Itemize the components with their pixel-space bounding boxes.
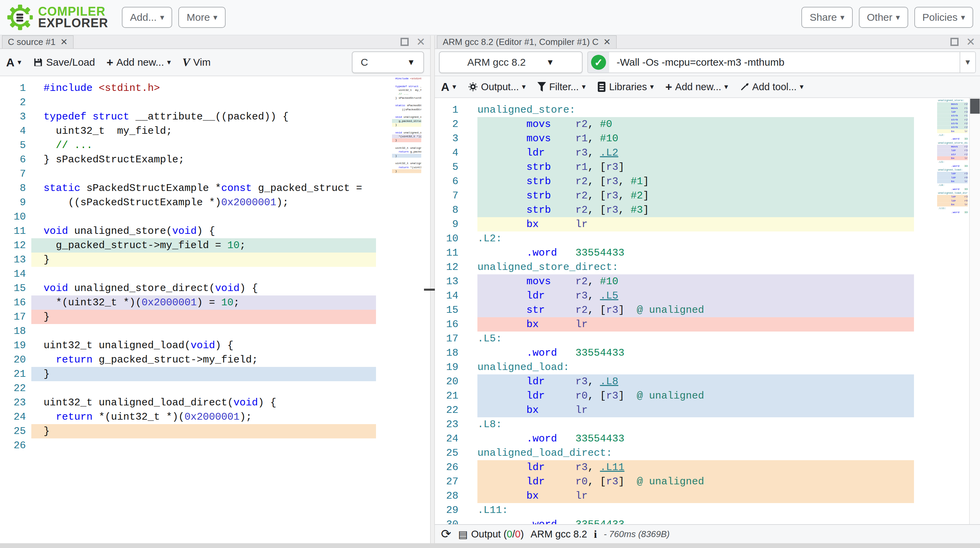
code-line[interactable]: unaligned_store: xyxy=(477,103,914,117)
code-line[interactable]: .word 33554433 xyxy=(937,210,968,214)
code-line[interactable]: .word 33554433 xyxy=(937,137,968,140)
splitter-handle-icon[interactable] xyxy=(424,288,435,291)
code-line[interactable]: return g_packed_struct->my_field; xyxy=(392,150,421,154)
code-line[interactable]: movs r1, #10 xyxy=(937,106,968,110)
code-line[interactable]: *(uint32_t *)(0x2000001) = 10; xyxy=(392,134,421,138)
source-code-editor[interactable]: 1234567891011121314151617181920212223242… xyxy=(0,76,430,543)
code-line[interactable]: .L11: xyxy=(937,207,968,210)
source-minimap[interactable]: #include <stdint.h> typedef struct __att… xyxy=(392,76,421,543)
assembly-code-area[interactable]: unaligned_store: movs r2, #0 movs r1, #1… xyxy=(477,98,914,524)
save-load-button[interactable]: Save/Load xyxy=(33,56,95,68)
code-line[interactable]: } sPackedStructExample; xyxy=(392,96,421,100)
code-line[interactable]: static sPackedStructExample *const g_pac… xyxy=(392,104,421,107)
code-line[interactable]: movs r2, #0 xyxy=(937,102,968,106)
code-line[interactable]: } xyxy=(392,123,421,127)
code-line[interactable]: g_packed_struct->my_field = 10; xyxy=(392,119,421,123)
code-line[interactable]: bx lr xyxy=(477,317,914,331)
code-line[interactable]: .word 33554433 xyxy=(477,432,914,446)
code-line[interactable]: // ... xyxy=(392,92,421,96)
code-line[interactable]: movs r2, #10 xyxy=(477,274,914,288)
code-line[interactable]: #include <stdint.h> xyxy=(31,81,376,95)
assembly-editor[interactable]: 1234567891011121314151617181920212223242… xyxy=(435,98,980,524)
code-line[interactable]: ldr r3, .L11 xyxy=(937,195,968,199)
code-line[interactable]: } xyxy=(392,139,421,142)
code-line[interactable]: bx lr xyxy=(477,217,914,231)
code-line[interactable]: unaligned_load: xyxy=(477,360,914,374)
code-line[interactable]: strb r2, [r3, #2] xyxy=(477,189,914,203)
maximize-icon[interactable] xyxy=(401,38,409,46)
code-line[interactable]: .L2: xyxy=(477,231,914,246)
language-select[interactable]: C ▼ xyxy=(352,51,424,73)
close-icon[interactable]: ✕ xyxy=(60,37,68,47)
more-menu-button[interactable]: More▾ xyxy=(178,7,225,28)
code-line[interactable]: } xyxy=(31,367,376,381)
code-line[interactable]: } xyxy=(392,169,421,173)
code-line[interactable]: str r2, [r3] @ unaligned xyxy=(937,153,968,156)
code-line[interactable] xyxy=(392,142,421,146)
close-panel-icon[interactable]: ✕ xyxy=(966,37,975,47)
code-line[interactable]: strb r1, [r3] xyxy=(937,114,968,118)
code-line[interactable]: // ... xyxy=(31,138,376,153)
code-line[interactable]: .L5: xyxy=(477,331,914,346)
code-line[interactable]: return *(uint32_t *)(0x2000001); xyxy=(31,410,376,424)
code-line[interactable]: uint32_t unaligned_load(void) { xyxy=(392,146,421,150)
code-line[interactable]: } xyxy=(392,154,421,158)
tab-c-source[interactable]: C source #1 ✕ xyxy=(2,35,73,48)
filter-menu-button[interactable]: Filter... ▾ xyxy=(537,81,585,92)
code-line[interactable]: strb r2, [r3, #3] xyxy=(937,125,968,129)
code-line[interactable]: ldr r3, .L5 xyxy=(477,288,914,303)
code-line[interactable] xyxy=(31,210,376,224)
add-menu-button[interactable]: Add...▾ xyxy=(122,7,172,28)
options-dropdown-button[interactable]: ▼ xyxy=(959,52,975,73)
output-toggle[interactable]: ▤ Output (0/0) xyxy=(458,528,524,540)
close-panel-icon[interactable]: ✕ xyxy=(416,37,425,47)
code-line[interactable]: movs r2, #0 xyxy=(477,117,914,131)
code-line[interactable]: ldr r3, .L8 xyxy=(937,172,968,176)
code-line[interactable]: static sPackedStructExample *const g_pac… xyxy=(31,181,376,195)
code-line[interactable]: movs r2, #10 xyxy=(937,145,968,148)
code-line[interactable]: void unaligned_store_direct(void) { xyxy=(31,281,376,295)
compiler-options-input[interactable] xyxy=(609,52,959,73)
code-line[interactable] xyxy=(392,173,421,177)
code-line[interactable]: uint32_t unaligned_load(void) { xyxy=(31,338,376,353)
code-line[interactable]: .L5: xyxy=(937,160,968,164)
code-line[interactable]: strb r2, [r3, #3] xyxy=(477,203,914,217)
code-line[interactable]: .L8: xyxy=(937,183,968,187)
share-button[interactable]: Share▾ xyxy=(801,7,853,28)
policies-button[interactable]: Policies▾ xyxy=(914,7,973,28)
compiler-explorer-logo[interactable]: COMPILER EXPLORER xyxy=(7,4,108,30)
assembly-minimap[interactable]: unaligned_store: movs r2, #0 movs r1, #1… xyxy=(937,98,968,524)
code-line[interactable]: .word 33554433 xyxy=(477,346,914,360)
code-line[interactable]: uint32_t my_field; xyxy=(31,124,376,138)
label-link[interactable]: .L2 xyxy=(600,147,618,159)
code-line[interactable] xyxy=(392,111,421,115)
code-line[interactable]: uint32_t unaligned_load_direct(void) { xyxy=(31,395,376,410)
code-line[interactable]: unaligned_store_direct: xyxy=(477,260,914,274)
code-line[interactable]: ((sPackedStructExample *)0x2000001); xyxy=(31,195,376,210)
code-line[interactable]: void unaligned_store(void) { xyxy=(31,224,376,238)
code-line[interactable] xyxy=(31,324,376,338)
close-icon[interactable]: ✕ xyxy=(603,37,611,47)
code-line[interactable]: typedef struct __attribute__((packed)) { xyxy=(31,110,376,124)
code-line[interactable]: bx lr xyxy=(937,202,968,206)
add-new-button[interactable]: + Add new... ▾ xyxy=(107,56,171,69)
code-line[interactable]: .word 33554433 xyxy=(937,187,968,191)
code-line[interactable]: str r2, [r3] @ unaligned xyxy=(477,303,914,317)
recompile-icon[interactable]: ⟳ xyxy=(441,528,451,540)
source-code-area[interactable]: #include <stdint.h> typedef struct __att… xyxy=(31,76,376,543)
code-line[interactable]: } xyxy=(31,424,376,438)
source-code-area[interactable]: #include <stdint.h> typedef struct __att… xyxy=(392,76,421,177)
font-size-button[interactable]: A ▾ xyxy=(441,80,456,94)
code-line[interactable]: bx lr xyxy=(937,179,968,183)
maximize-icon[interactable] xyxy=(950,38,959,46)
code-line[interactable] xyxy=(31,95,376,110)
code-line[interactable]: strb r2, [r3, #1] xyxy=(937,118,968,121)
code-line[interactable] xyxy=(31,267,376,281)
add-tool-button[interactable]: Add tool... ▾ xyxy=(740,81,804,92)
code-line[interactable]: bx lr xyxy=(477,403,914,417)
code-line[interactable]: uint32_t my_field; xyxy=(392,88,421,92)
code-line[interactable]: } xyxy=(31,253,376,267)
vim-toggle-button[interactable]: V Vim xyxy=(182,56,211,69)
code-line[interactable]: bx lr xyxy=(937,129,968,133)
code-line[interactable]: .word 33554433 xyxy=(937,164,968,168)
